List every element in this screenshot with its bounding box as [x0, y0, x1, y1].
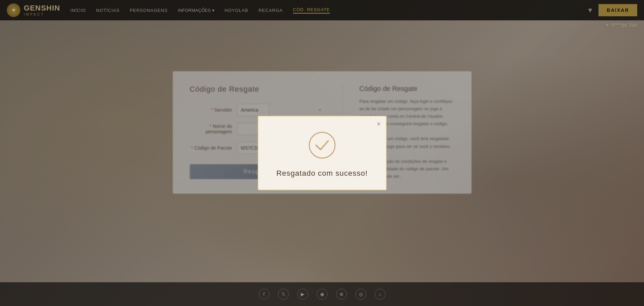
success-icon-wrap: [307, 130, 337, 160]
close-button[interactable]: ×: [377, 120, 381, 127]
success-message: Resgatado com sucesso!: [276, 169, 368, 178]
success-checkmark-icon: [307, 130, 337, 160]
success-modal: × Resgatado com sucesso!: [258, 116, 387, 190]
svg-point-0: [309, 132, 335, 158]
